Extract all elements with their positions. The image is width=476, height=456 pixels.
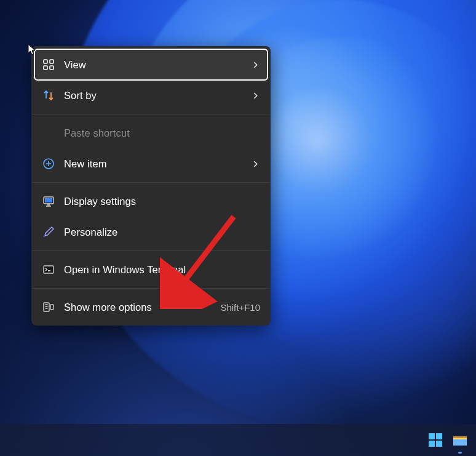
chevron-right-icon: [250, 159, 260, 169]
menu-item-label: Personalize: [64, 226, 260, 238]
svg-rect-12: [436, 433, 442, 439]
menu-item-label: Open in Windows Terminal: [64, 264, 260, 276]
menu-item-sort-by[interactable]: Sort by: [34, 80, 268, 111]
svg-rect-14: [436, 441, 442, 447]
menu-divider: [32, 114, 270, 114]
plus-circle-icon: [42, 157, 55, 170]
menu-item-label: View: [64, 59, 250, 71]
menu-divider: [32, 250, 270, 251]
svg-rect-13: [429, 441, 435, 447]
menu-item-label: New item: [64, 158, 250, 170]
svg-rect-15: [453, 439, 467, 446]
svg-rect-3: [50, 66, 54, 70]
start-button[interactable]: [427, 431, 444, 449]
svg-rect-6: [45, 198, 52, 202]
svg-rect-9: [50, 305, 54, 310]
menu-item-view[interactable]: View: [34, 49, 268, 80]
svg-rect-7: [44, 266, 54, 273]
taskbar[interactable]: [0, 424, 476, 456]
menu-divider: [32, 182, 270, 183]
menu-item-label: Sort by: [64, 90, 250, 102]
desktop-context-menu: View Sort by Paste shortcut New item: [31, 46, 271, 326]
file-explorer-button[interactable]: [451, 431, 469, 449]
mouse-cursor: [28, 44, 36, 56]
monitor-icon: [42, 194, 55, 208]
svg-rect-2: [44, 66, 47, 70]
menu-item-personalize[interactable]: Personalize: [34, 217, 268, 247]
sort-arrows-icon: [42, 89, 55, 102]
view-grid-icon: [42, 58, 55, 71]
svg-rect-0: [44, 60, 47, 63]
menu-item-display-settings[interactable]: Display settings: [34, 186, 268, 217]
menu-item-open-terminal[interactable]: Open in Windows Terminal: [34, 254, 268, 285]
svg-rect-8: [44, 303, 49, 311]
menu-divider: [32, 288, 270, 289]
menu-item-shortcut: Shift+F10: [220, 302, 260, 313]
paintbrush-icon: [42, 225, 55, 239]
menu-item-show-more-options[interactable]: Show more options Shift+F10: [34, 292, 268, 322]
menu-item-label: Display settings: [64, 196, 260, 207]
menu-item-label: Paste shortcut: [64, 127, 260, 139]
svg-rect-11: [429, 433, 435, 439]
svg-rect-16: [453, 436, 467, 438]
chevron-right-icon: [250, 90, 260, 100]
menu-item-new-item[interactable]: New item: [34, 148, 268, 179]
running-indicator: [458, 452, 462, 454]
chevron-right-icon: [250, 60, 260, 70]
menu-item-label: Show more options: [64, 302, 214, 313]
svg-rect-1: [50, 60, 54, 63]
terminal-icon: [42, 263, 55, 276]
menu-item-paste-shortcut: Paste shortcut: [34, 118, 268, 148]
show-more-icon: [42, 300, 55, 314]
